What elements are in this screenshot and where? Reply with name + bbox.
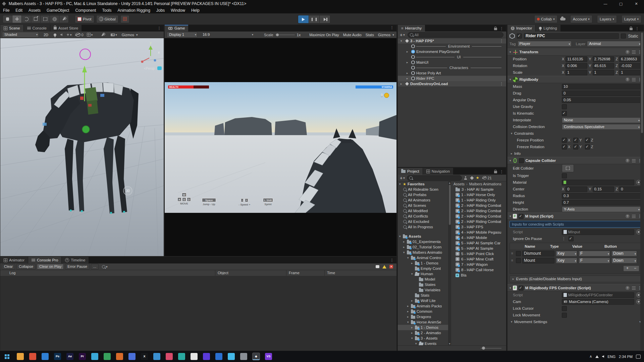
foldout-arrow[interactable]: ▸ bbox=[411, 299, 415, 302]
y-field[interactable]: 1 bbox=[593, 70, 614, 75]
create-object-button[interactable]: + bbox=[400, 32, 402, 38]
aspect-dropdown[interactable]: 16:9 bbox=[200, 32, 255, 38]
shading-mode-dropdown[interactable]: Shaded bbox=[2, 32, 39, 38]
fps-controller-header[interactable]: ▾# M Rigidbody FPS Controller (Script) ?… bbox=[507, 284, 644, 292]
material-field[interactable] bbox=[562, 180, 634, 185]
value-control[interactable] bbox=[562, 104, 567, 109]
scene-viewport[interactable]: 30 y x <Persp bbox=[0, 38, 164, 256]
folder-tree-item[interactable]: ▸ Animals Packs bbox=[398, 303, 448, 309]
tag-dropdown[interactable]: Player bbox=[518, 41, 572, 47]
taskbar-app-icon[interactable] bbox=[178, 353, 185, 360]
foldout-arrow[interactable]: ▸ bbox=[407, 61, 411, 64]
favorites-star-icon[interactable]: ★ bbox=[476, 176, 479, 180]
favorite-search-item[interactable]: All Prefabs bbox=[398, 192, 448, 197]
close-button[interactable]: ✕ bbox=[629, 0, 644, 7]
favorite-search-item[interactable]: All Animators bbox=[398, 197, 448, 203]
foldout-arrow[interactable]: ▸ bbox=[407, 304, 411, 308]
scene-effects-dropdown[interactable] bbox=[66, 33, 69, 36]
menu-item[interactable]: File bbox=[0, 8, 12, 13]
preset-icon[interactable] bbox=[632, 215, 636, 218]
favorite-search-item[interactable]: All In Progress bbox=[398, 224, 448, 230]
taskbar-app-icon[interactable] bbox=[128, 353, 136, 360]
favorite-search-item[interactable]: All Excluded bbox=[398, 219, 448, 224]
panel-tab[interactable]: Console bbox=[24, 25, 50, 32]
foldout-arrow[interactable]: ▸ bbox=[407, 50, 411, 53]
folder-tree-item[interactable]: ▸ Dragons bbox=[398, 314, 448, 319]
foldout-arrow[interactable]: ▾ bbox=[411, 337, 415, 340]
hierarchy-item[interactable]: ▸ DontDestroyOnLoad ⋮ bbox=[398, 81, 506, 86]
hierarchy-item[interactable]: ▸ MainUI bbox=[398, 60, 506, 65]
foldout-arrow[interactable]: ▸ bbox=[407, 315, 411, 318]
help-icon[interactable]: ? bbox=[626, 214, 630, 218]
center-z-field[interactable]: 0 bbox=[619, 186, 641, 192]
folder-tree-item[interactable]: ▾ Malbers Animatio bbox=[398, 250, 448, 255]
folder-tree-item[interactable]: ▸ 2 - Animatio bbox=[398, 330, 448, 336]
hierarchy-item[interactable]: UI bbox=[398, 54, 506, 60]
center-x-field[interactable]: 0 bbox=[566, 186, 587, 192]
play-button[interactable] bbox=[298, 15, 309, 23]
value-control[interactable]: 10 bbox=[562, 84, 641, 89]
hierarchy-item[interactable]: ▸ Environment PlayGround bbox=[398, 49, 506, 54]
taskbar-app-icon[interactable] bbox=[17, 353, 24, 360]
stats-toggle[interactable]: Stats bbox=[364, 33, 376, 37]
menu-item[interactable]: Component bbox=[72, 8, 99, 13]
hierarchy-item[interactable]: Environment bbox=[398, 44, 506, 49]
freeze-x-checkbox[interactable] bbox=[562, 144, 567, 149]
foldout-arrow[interactable]: ▸ bbox=[407, 310, 411, 313]
pause-button[interactable] bbox=[309, 15, 319, 23]
scene-camera-dropdown[interactable] bbox=[111, 34, 115, 36]
component-tools-icon[interactable] bbox=[102, 33, 105, 36]
hierarchy-item[interactable]: ▸ Horse Poly Art bbox=[398, 70, 506, 76]
panel-tab[interactable]: Asset Store bbox=[50, 25, 82, 32]
preset-icon[interactable] bbox=[632, 159, 636, 162]
cloud-icon[interactable] bbox=[560, 18, 566, 20]
foldout-arrow[interactable]: ▸ bbox=[411, 261, 415, 265]
folder-tree-item[interactable]: Empty Cont bbox=[398, 266, 448, 271]
favorite-search-item[interactable]: All Rideable Scen bbox=[398, 187, 448, 192]
panel-tab[interactable]: Scene bbox=[0, 25, 24, 32]
maximize-on-play-toggle[interactable]: Maximize On Play bbox=[307, 33, 341, 37]
taskbar-app-icon[interactable]: Pr bbox=[79, 353, 86, 360]
value-control[interactable]: 0 bbox=[562, 90, 641, 96]
foldout-arrow[interactable]: ▸ bbox=[407, 71, 411, 75]
panel-tab[interactable]: Animator bbox=[0, 257, 28, 263]
console-log-area[interactable] bbox=[0, 276, 396, 351]
rect-tool-button[interactable] bbox=[40, 15, 50, 23]
asset-item[interactable]: 2 - HAP Riding Combat bbox=[451, 203, 506, 208]
input-name-field[interactable]: Mount bbox=[522, 258, 554, 263]
taskbar-app-icon[interactable] bbox=[215, 353, 222, 360]
folder-tree-item[interactable]: ▾ Animal Contro bbox=[398, 255, 448, 260]
panel-tab[interactable]: Timeline bbox=[62, 257, 89, 263]
asset-item[interactable]: 2 - HAP Riding Combat bbox=[451, 214, 506, 219]
add-input-button[interactable]: + bbox=[624, 266, 631, 271]
asset-item[interactable]: 1 - HAP Horse Only bbox=[451, 192, 506, 197]
height-field[interactable]: 0.7 bbox=[562, 200, 641, 205]
hierarchy-menu-kebab[interactable]: ⋮ bbox=[500, 26, 505, 31]
console-toolbar-button[interactable]: Clear on Play bbox=[37, 264, 64, 269]
help-icon[interactable]: ? bbox=[626, 77, 630, 81]
freeze-z-checkbox[interactable] bbox=[585, 138, 590, 143]
folder-tree-item[interactable]: ▸ Wolf Lite bbox=[398, 298, 448, 303]
account-button[interactable]: Account▾ bbox=[570, 15, 592, 23]
lock-icon[interactable] bbox=[630, 28, 633, 30]
value-control[interactable]: 0.05 bbox=[562, 97, 641, 103]
enabled-checkbox[interactable] bbox=[519, 214, 524, 219]
scene-gizmos-dropdown[interactable]: Gizmos bbox=[120, 33, 136, 37]
taskbar-app-icon[interactable] bbox=[42, 353, 49, 360]
direction-dropdown[interactable]: Y-Axis bbox=[562, 206, 641, 212]
events-foldout[interactable]: ▸Events (Enable/Disable Malbers Input) bbox=[509, 276, 642, 282]
scene-menu-kebab[interactable]: ⋮ bbox=[155, 25, 164, 31]
x-field[interactable]: 1 bbox=[566, 70, 587, 75]
pivot-toggle[interactable]: Pivot bbox=[75, 15, 94, 23]
persp-label[interactable]: <Persp bbox=[144, 67, 155, 70]
thumbnail-zoom-slider[interactable] bbox=[481, 348, 501, 349]
mute-audio-toggle[interactable]: Mute Audio bbox=[341, 33, 364, 37]
center-y-field[interactable]: 0.15 bbox=[593, 186, 614, 192]
foldout-arrow[interactable]: ▾ bbox=[415, 342, 419, 345]
start-button[interactable] bbox=[5, 354, 7, 356]
help-icon[interactable]: ? bbox=[626, 159, 630, 163]
game-menu-kebab[interactable]: ⋮ bbox=[387, 25, 396, 32]
global-toggle[interactable]: Global bbox=[96, 15, 118, 23]
input-type-dropdown[interactable]: Key bbox=[556, 251, 577, 256]
taskbar-app-icon[interactable] bbox=[116, 353, 123, 360]
